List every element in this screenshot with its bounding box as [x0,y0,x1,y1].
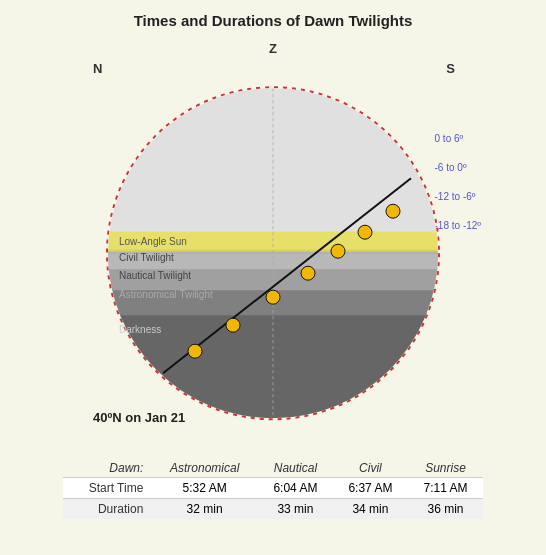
svg-point-15 [358,225,372,239]
col-header-sunrise: Sunrise [408,459,483,478]
data-table: Dawn: Astronomical Nautical Civil Sunris… [63,459,483,519]
cell-nautical-start: 6:04 AM [258,478,333,499]
svg-point-16 [386,204,400,218]
cell-astro-start: 5:32 AM [151,478,258,499]
chart-container: 40ºN on Jan 21 Z N S 0 to 6º -6 to 0º -1… [63,33,483,453]
svg-point-13 [301,266,315,280]
col-header-civil: Civil [333,459,408,478]
svg-point-12 [266,290,280,304]
chart-svg: Low-Angle Sun Civil Twilight Nautical Tw… [103,83,443,423]
table-row: Start Time 5:32 AM 6:04 AM 6:37 AM 7:11 … [63,478,483,499]
svg-point-10 [188,344,202,358]
circle-chart: Low-Angle Sun Civil Twilight Nautical Tw… [103,83,443,423]
col-header-dawn: Dawn: [63,459,151,478]
table-row: Duration 32 min 33 min 34 min 36 min [63,499,483,520]
svg-point-11 [226,318,240,332]
row-label-duration: Duration [63,499,151,520]
svg-text:Darkness: Darkness [119,324,161,335]
svg-text:Low-Angle Sun: Low-Angle Sun [119,236,187,247]
cell-nautical-dur: 33 min [258,499,333,520]
cell-civil-dur: 34 min [333,499,408,520]
svg-point-14 [331,244,345,258]
row-label-starttime: Start Time [63,478,151,499]
cell-sunrise-start: 7:11 AM [408,478,483,499]
cardinal-z: Z [269,41,277,56]
cardinal-n: N [93,61,102,76]
col-header-nautical: Nautical [258,459,333,478]
svg-text:Civil Twilight: Civil Twilight [119,252,174,263]
cell-civil-start: 6:37 AM [333,478,408,499]
cell-astro-dur: 32 min [151,499,258,520]
cardinal-s: S [446,61,455,76]
cell-sunrise-dur: 36 min [408,499,483,520]
svg-text:Nautical Twilight: Nautical Twilight [119,270,191,281]
svg-text:Astronomical Twilight: Astronomical Twilight [119,289,213,300]
chart-title: Times and Durations of Dawn Twilights [134,12,413,29]
col-header-astronomical: Astronomical [151,459,258,478]
